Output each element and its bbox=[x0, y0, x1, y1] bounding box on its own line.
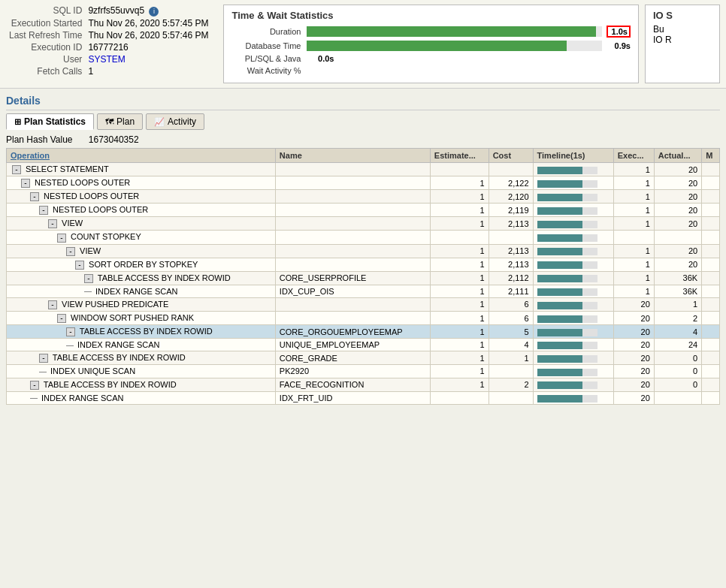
row-expander[interactable]: - bbox=[48, 219, 57, 228]
timeline-bar-container bbox=[537, 207, 597, 215]
exec-cell bbox=[613, 231, 654, 244]
col-operation[interactable]: Operation bbox=[7, 149, 276, 163]
timeline-bar bbox=[537, 315, 582, 323]
exec-cell: 1 bbox=[613, 204, 654, 217]
actual-cell: 20 bbox=[654, 258, 701, 271]
tab-activity[interactable]: 📈 Activity bbox=[146, 113, 204, 130]
cost-cell: 2,112 bbox=[489, 271, 533, 285]
io-stats-panel: IO S Bu IO R bbox=[645, 5, 720, 83]
row-expander[interactable]: - bbox=[84, 274, 93, 283]
cost-cell: 2 bbox=[489, 378, 533, 391]
estimated-cell: 1 bbox=[430, 244, 489, 258]
actual-cell: 20 bbox=[654, 190, 701, 204]
timeline-cell bbox=[533, 391, 613, 404]
more-cell bbox=[702, 339, 720, 351]
actual-cell: 24 bbox=[654, 339, 701, 351]
cost-cell: 2,120 bbox=[489, 190, 533, 204]
wait-row: Wait Activity % bbox=[231, 66, 631, 75]
row-expander[interactable]: - bbox=[30, 381, 39, 390]
row-expander[interactable]: - bbox=[48, 300, 57, 309]
more-cell bbox=[702, 365, 720, 378]
fetch-calls-label: Fetch Calls bbox=[6, 65, 85, 77]
col-name[interactable]: Name bbox=[275, 149, 430, 163]
row-expander[interactable]: - bbox=[57, 234, 66, 243]
row-expander[interactable]: - bbox=[12, 165, 21, 174]
timeline-bar-container bbox=[537, 261, 597, 269]
estimated-cell: 1 bbox=[430, 176, 489, 190]
tab-plan-statistics[interactable]: ⊞ Plan Statistics bbox=[6, 113, 94, 130]
timeline-cell bbox=[533, 325, 613, 339]
more-cell bbox=[702, 176, 720, 190]
timeline-cell bbox=[533, 163, 613, 176]
more-cell bbox=[702, 271, 720, 285]
exec-cell: 20 bbox=[613, 325, 654, 339]
cost-cell: 2,113 bbox=[489, 258, 533, 271]
col-more[interactable]: M bbox=[702, 149, 720, 163]
row-expander[interactable]: - bbox=[75, 261, 84, 270]
timeline-bar bbox=[537, 288, 582, 296]
timeline-bar-container bbox=[537, 342, 597, 349]
cost-cell: 2,119 bbox=[489, 204, 533, 217]
col-actual[interactable]: Actual... bbox=[654, 149, 701, 163]
actual-cell: 1 bbox=[654, 297, 701, 311]
exec-cell: 20 bbox=[613, 351, 654, 365]
timeline-cell bbox=[533, 285, 613, 297]
table-row: - VIEW PUSHED PREDICATE16201 bbox=[7, 297, 720, 311]
operation-cell: INDEX RANGE SCAN bbox=[7, 339, 276, 351]
timeline-cell bbox=[533, 217, 613, 231]
exec-cell: 1 bbox=[613, 176, 654, 190]
plan-table-container: Operation Name Estimate... Cost Timeline… bbox=[6, 148, 720, 405]
timeline-bar-container bbox=[537, 234, 597, 242]
timeline-bar bbox=[537, 248, 582, 255]
operation-cell: - TABLE ACCESS BY INDEX ROWID bbox=[7, 325, 276, 339]
cost-cell: 6 bbox=[489, 312, 533, 325]
table-row: - NESTED LOOPS OUTER12,119120 bbox=[7, 204, 720, 217]
operation-cell: - VIEW bbox=[7, 217, 276, 231]
name-cell: FACE_RECOGNITION bbox=[275, 378, 430, 391]
io-stats-title: IO S bbox=[653, 10, 712, 21]
exec-cell: 1 bbox=[613, 163, 654, 176]
name-cell bbox=[275, 204, 430, 217]
timeline-bar-container bbox=[537, 275, 597, 282]
estimated-cell: 1 bbox=[430, 217, 489, 231]
more-cell bbox=[702, 378, 720, 391]
more-cell bbox=[702, 351, 720, 365]
row-expander[interactable]: - bbox=[66, 327, 75, 336]
row-expander[interactable]: - bbox=[21, 179, 30, 188]
sql-id-value: 9zfrfs55uvvq5 i bbox=[85, 5, 211, 17]
col-estimated[interactable]: Estimate... bbox=[430, 149, 489, 163]
tab-plan[interactable]: 🗺 Plan bbox=[97, 113, 143, 130]
col-cost[interactable]: Cost bbox=[489, 149, 533, 163]
duration-bar bbox=[307, 26, 596, 37]
name-cell bbox=[275, 312, 430, 325]
estimated-cell: 1 bbox=[430, 190, 489, 204]
actual-cell: 0 bbox=[654, 351, 701, 365]
table-row: - WINDOW SORT PUSHED RANK16202 bbox=[7, 312, 720, 325]
row-expander[interactable]: - bbox=[39, 206, 48, 215]
operation-cell: - COUNT STOPKEY bbox=[7, 231, 276, 244]
op-line-icon bbox=[39, 372, 47, 372]
user-label: User bbox=[6, 53, 85, 65]
row-expander[interactable]: - bbox=[30, 192, 39, 201]
more-cell bbox=[702, 231, 720, 244]
table-header-row: Operation Name Estimate... Cost Timeline… bbox=[7, 149, 720, 163]
col-exec[interactable]: Exec... bbox=[613, 149, 654, 163]
info-icon[interactable]: i bbox=[149, 7, 159, 17]
row-expander[interactable]: - bbox=[66, 247, 75, 256]
tab-plan-statistics-label: Plan Statistics bbox=[24, 116, 86, 127]
estimated-cell: 1 bbox=[430, 297, 489, 311]
db-time-value: 0.9s bbox=[607, 41, 631, 50]
wait-label: Wait Activity % bbox=[231, 66, 307, 75]
timeline-bar bbox=[537, 234, 582, 242]
name-cell bbox=[275, 258, 430, 271]
more-cell bbox=[702, 258, 720, 271]
estimated-cell: 1 bbox=[430, 325, 489, 339]
exec-cell: 1 bbox=[613, 244, 654, 258]
operation-cell: - NESTED LOOPS OUTER bbox=[7, 176, 276, 190]
row-expander[interactable]: - bbox=[39, 354, 48, 363]
row-expander[interactable]: - bbox=[57, 314, 66, 323]
exec-cell: 20 bbox=[613, 339, 654, 351]
col-timeline[interactable]: Timeline(1s) bbox=[533, 149, 613, 163]
estimated-cell: 1 bbox=[430, 258, 489, 271]
timeline-bar bbox=[537, 342, 582, 349]
